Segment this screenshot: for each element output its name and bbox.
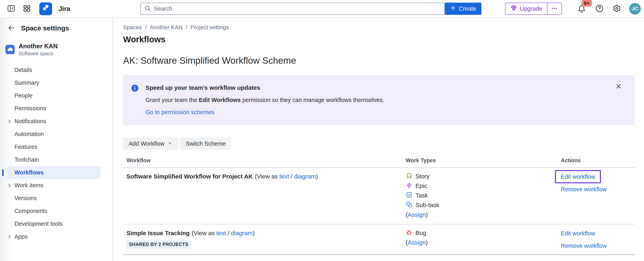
epic-icon xyxy=(406,182,412,190)
assign-line: (Assign) xyxy=(406,210,558,220)
sidebar-item-label: Details xyxy=(14,67,32,73)
sidebar-item-label: Summary xyxy=(14,79,39,86)
user-avatar[interactable]: JC xyxy=(629,3,641,15)
edit-workflow-link[interactable]: Edit workflow xyxy=(561,173,595,180)
sidebar-item-automation[interactable]: Automation xyxy=(6,128,100,141)
view-as-text-link[interactable]: text xyxy=(216,230,226,236)
switch-scheme-button[interactable]: Switch Scheme xyxy=(180,138,231,150)
view-as-text: ) xyxy=(253,230,255,236)
back-button[interactable] xyxy=(7,24,16,32)
create-button[interactable]: Create xyxy=(445,2,482,15)
back-arrow-icon xyxy=(8,24,15,32)
column-header-work-types: Work Types xyxy=(402,157,558,168)
sidebar-item-development-tools[interactable]: Development tools xyxy=(6,218,100,230)
sidebar-item-workflows[interactable]: Workflows xyxy=(6,166,100,179)
sidebar-item-toolchain[interactable]: Toolchain xyxy=(6,153,100,166)
top-navigation-bar: Jira Create xyxy=(0,0,644,18)
info-banner: Speed up your team's workflow updates Gr… xyxy=(123,75,634,125)
view-as-text-link[interactable]: text xyxy=(280,173,289,180)
space-settings-sidebar: Space settings Another KAN Software spac… xyxy=(0,18,113,261)
shared-projects-badge: SHARED BY 2 PROJECTS xyxy=(126,240,191,249)
sidebar-item-notifications[interactable]: Notifications xyxy=(6,115,100,128)
work-type-item: Epic xyxy=(406,181,558,191)
notifications-count-badge: 9+ xyxy=(582,0,592,6)
breadcrumb-project-settings[interactable]: Project settings xyxy=(190,24,229,31)
breadcrumb-separator: / xyxy=(186,24,188,31)
chevron-right-icon xyxy=(7,119,12,124)
settings-button[interactable] xyxy=(612,3,622,14)
assign-link[interactable]: Assign xyxy=(408,239,426,246)
view-as-text: / xyxy=(289,173,294,180)
info-icon xyxy=(131,84,139,116)
sidebar-item-people[interactable]: People xyxy=(6,89,100,102)
premium-gem-icon xyxy=(510,4,517,13)
jira-logo-icon xyxy=(41,4,50,14)
sidebar-item-work-items[interactable]: Work items xyxy=(6,179,100,192)
table-row-actions-cell: Edit workflow Remove workflow xyxy=(558,168,634,225)
collapse-sidebar-button[interactable] xyxy=(5,2,18,15)
paren: ) xyxy=(426,211,428,218)
notifications-bell-icon xyxy=(577,10,586,14)
sidebar-item-label: Components xyxy=(14,208,47,214)
sidebar-item-components[interactable]: Components xyxy=(6,205,100,218)
help-icon xyxy=(595,4,604,14)
work-type-label: Epic xyxy=(416,183,427,189)
breadcrumb-spaces[interactable]: Spaces xyxy=(123,24,142,31)
collapse-sidebar-icon xyxy=(6,4,16,14)
assign-link[interactable]: Assign xyxy=(408,211,426,218)
upgrade-more-options-button[interactable] xyxy=(547,3,562,14)
breadcrumb-space[interactable]: Another KAN xyxy=(150,24,182,31)
view-as-diagram-link[interactable]: diagram xyxy=(294,173,316,180)
view-as-text: / xyxy=(226,230,231,236)
breadcrumb-separator: / xyxy=(145,24,146,31)
close-icon xyxy=(615,83,622,91)
permission-schemes-link[interactable]: Go to permission schemes xyxy=(146,109,214,116)
remove-workflow-link[interactable]: Remove workflow xyxy=(561,186,634,193)
app-switcher-button[interactable] xyxy=(20,2,33,15)
workflow-name: Simple Issue Tracking xyxy=(126,230,190,237)
sidebar-item-label: Work items xyxy=(14,182,43,189)
add-workflow-button[interactable]: Add Workflow xyxy=(123,138,178,150)
space-name: Another KAN xyxy=(19,43,58,50)
chevron-down-icon xyxy=(168,140,172,147)
jira-logo[interactable] xyxy=(39,2,52,15)
sidebar-nav: Details Summary People Permissions Notif… xyxy=(0,64,113,243)
workflows-table: Workflow Work Types Actions Software Sim… xyxy=(123,157,634,255)
upgrade-button-label: Upgrade xyxy=(520,5,542,12)
help-button[interactable] xyxy=(594,3,605,14)
main-content: Spaces / Another KAN / Project settings … xyxy=(113,18,644,261)
annotation-highlight: Edit workflow xyxy=(555,170,601,183)
switch-scheme-label: Switch Scheme xyxy=(186,140,226,147)
sidebar-item-versions[interactable]: Versions xyxy=(6,192,100,205)
work-type-label: Sub-task xyxy=(416,202,439,209)
sidebar-item-label: Notifications xyxy=(14,118,46,125)
notifications-button[interactable]: 9+ xyxy=(577,4,586,14)
upgrade-button[interactable]: Upgrade xyxy=(506,3,547,14)
sidebar-item-features[interactable]: Features xyxy=(6,141,100,153)
search-input[interactable] xyxy=(154,5,441,12)
edit-workflow-link[interactable]: Edit workflow xyxy=(561,230,634,237)
breadcrumb: Spaces / Another KAN / Project settings xyxy=(123,24,644,31)
work-type-item: Story xyxy=(406,172,558,181)
page-title: Workflows xyxy=(123,35,644,44)
view-as: (View as text / diagram) xyxy=(192,230,255,237)
workflow-scheme-title: AK: Software Simplified Workflow Scheme xyxy=(123,55,644,66)
sidebar-item-apps[interactable]: Apps xyxy=(6,230,100,243)
table-row-actions-cell: Edit workflow Remove workflow xyxy=(558,225,634,255)
story-icon xyxy=(406,172,412,181)
work-type-label: Task xyxy=(416,192,428,199)
paren: ) xyxy=(426,239,428,246)
sidebar-item-summary[interactable]: Summary xyxy=(6,76,100,89)
view-as-text: (View as xyxy=(255,173,280,180)
view-as-diagram-link[interactable]: diagram xyxy=(231,230,252,236)
sidebar-item-permissions[interactable]: Permissions xyxy=(6,102,100,115)
sidebar-title: Space settings xyxy=(21,24,69,32)
table-row-workflow-cell: Software Simplified Workflow for Project… xyxy=(123,168,402,225)
remove-workflow-link[interactable]: Remove workflow xyxy=(561,242,634,249)
work-type-label: Story xyxy=(416,173,430,180)
chevron-right-icon xyxy=(7,234,12,239)
banner-close-button[interactable] xyxy=(615,83,622,91)
global-search[interactable] xyxy=(140,2,445,15)
sidebar-item-details[interactable]: Details xyxy=(6,64,100,76)
banner-body: Grant your team the Edit Workflows permi… xyxy=(146,97,384,103)
